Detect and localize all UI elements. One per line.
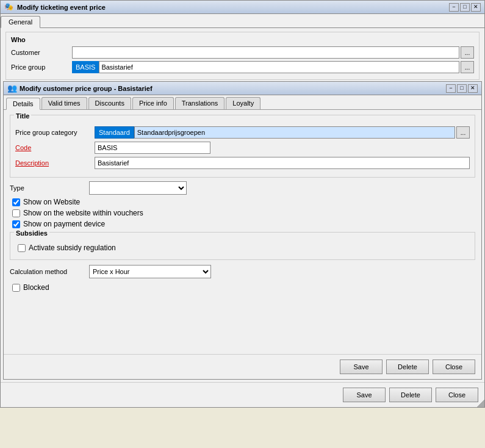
outer-window-icon: 🎭 xyxy=(4,2,14,12)
description-row: Description xyxy=(15,157,470,169)
outer-window-title: Modify ticketing event price xyxy=(17,4,449,11)
outer-tab-bar: General xyxy=(1,14,484,28)
price-group-dots-button[interactable]: ... xyxy=(461,61,474,73)
tab-details[interactable]: Details xyxy=(6,98,40,110)
who-group: Who Customer ... Price group BASIS ... xyxy=(5,32,480,80)
inner-maximize-button[interactable]: □ xyxy=(457,84,467,93)
outer-close-button[interactable]: ✕ xyxy=(471,3,481,12)
blocked-checkbox[interactable] xyxy=(12,284,20,292)
customer-row: Customer ... xyxy=(11,46,474,59)
who-label: Who xyxy=(11,36,474,43)
outer-window: 🎭 Modify ticketing event price − □ ✕ Gen… xyxy=(0,0,485,408)
title-section-label: Title xyxy=(14,112,31,120)
show-payment-row: Show on payment device xyxy=(10,220,475,228)
show-vouchers-label: Show on the website within vouchers xyxy=(23,209,143,217)
blocked-label: Blocked xyxy=(23,283,49,292)
price-group-code: BASIS xyxy=(72,61,99,73)
outer-window-controls: − □ ✕ xyxy=(449,3,481,12)
price-group-name-input[interactable] xyxy=(99,61,459,73)
outer-save-button[interactable]: Save xyxy=(343,388,386,402)
inner-minimize-button[interactable]: − xyxy=(446,84,456,93)
outer-who-section: Who Customer ... Price group BASIS ... xyxy=(1,28,484,81)
outer-title-bar: 🎭 Modify ticketing event price − □ ✕ xyxy=(1,1,484,14)
customer-input[interactable] xyxy=(72,46,459,59)
calc-select[interactable]: Price x Hour Price x Day Fixed price xyxy=(89,265,211,278)
outer-buttons-bar: Save Delete Close xyxy=(1,382,484,407)
show-payment-label: Show on payment device xyxy=(23,220,105,228)
outer-maximize-button[interactable]: □ xyxy=(460,3,470,12)
inner-window-controls: − □ ✕ xyxy=(446,84,478,93)
inner-details-content: Title Price group category Standaard ...… xyxy=(4,110,481,354)
inner-title-bar: 👥 Modify customer price group - Basistar… xyxy=(4,82,481,95)
price-group-row: Price group BASIS ... xyxy=(11,61,474,73)
tab-price-info[interactable]: Price info xyxy=(132,97,174,109)
show-website-row: Show on Website xyxy=(10,198,475,206)
activate-subsidy-label: Activate subsidy regulation xyxy=(29,244,116,252)
show-website-label: Show on Website xyxy=(23,198,80,206)
subsidies-section: Subsidies Activate subsidy regulation xyxy=(10,232,475,260)
calculation-row: Calculation method Price x Hour Price x … xyxy=(10,265,475,278)
category-code-selected: Standaard xyxy=(95,126,134,139)
outer-delete-button[interactable]: Delete xyxy=(389,388,432,402)
price-group-category-label: Price group category xyxy=(15,129,95,136)
category-name-input[interactable] xyxy=(134,126,455,139)
inner-save-button[interactable]: Save xyxy=(340,359,383,374)
subsidies-label: Subsidies xyxy=(14,229,49,237)
type-label: Type xyxy=(10,184,89,192)
price-group-category-row: Price group category Standaard ... xyxy=(15,126,470,139)
show-payment-checkbox[interactable] xyxy=(12,220,20,228)
type-row: Type xyxy=(10,181,475,195)
inner-close-button[interactable]: ✕ xyxy=(468,84,478,93)
inner-window: 👥 Modify customer price group - Basistar… xyxy=(3,81,482,380)
tab-discounts[interactable]: Discounts xyxy=(88,97,131,109)
inner-window-title: Modify customer price group - Basistarie… xyxy=(20,85,446,92)
code-label-link[interactable]: Code xyxy=(15,144,95,151)
inner-resize-handle[interactable] xyxy=(477,400,484,407)
customer-dots-button[interactable]: ... xyxy=(461,46,474,59)
outer-close-button[interactable]: Close xyxy=(436,388,478,402)
show-vouchers-row: Show on the website within vouchers xyxy=(10,209,475,217)
code-row: Code xyxy=(15,142,470,154)
show-vouchers-checkbox[interactable] xyxy=(12,209,20,217)
inner-window-icon: 👥 xyxy=(7,84,17,93)
activate-subsidy-checkbox[interactable] xyxy=(18,244,26,252)
customer-label: Customer xyxy=(11,49,72,56)
inner-close-button[interactable]: Close xyxy=(433,359,475,374)
calc-label: Calculation method xyxy=(10,268,89,275)
price-group-label: Price group xyxy=(11,63,72,71)
category-dots-button[interactable]: ... xyxy=(456,126,470,139)
inner-delete-button[interactable]: Delete xyxy=(386,359,429,374)
code-input[interactable] xyxy=(95,142,210,154)
title-section: Title Price group category Standaard ...… xyxy=(10,115,475,178)
activate-subsidy-row: Activate subsidy regulation xyxy=(15,244,470,252)
blocked-row: Blocked xyxy=(10,283,475,292)
tab-loyalty[interactable]: Loyalty xyxy=(226,97,260,109)
tab-translations[interactable]: Translations xyxy=(175,97,225,109)
tab-general[interactable]: General xyxy=(1,16,40,28)
show-website-checkbox[interactable] xyxy=(12,198,20,206)
tab-valid-times[interactable]: Valid times xyxy=(41,97,87,109)
inner-buttons-bar: Save Delete Close xyxy=(4,354,481,379)
description-input[interactable] xyxy=(95,157,470,169)
outer-minimize-button[interactable]: − xyxy=(449,3,459,12)
inner-tab-bar: Details Valid times Discounts Price info… xyxy=(4,95,481,110)
description-label-link[interactable]: Description xyxy=(15,159,95,167)
type-select[interactable] xyxy=(89,181,187,195)
